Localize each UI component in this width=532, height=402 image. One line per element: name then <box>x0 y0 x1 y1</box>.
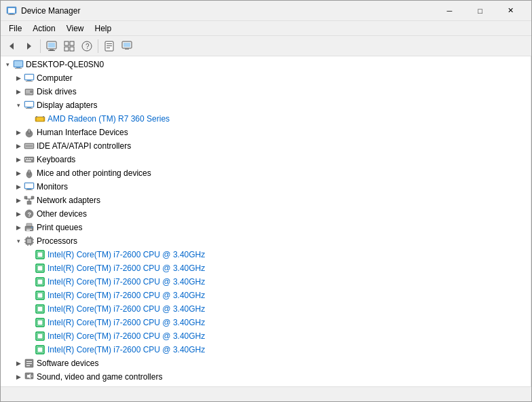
scan-button[interactable] <box>61 38 77 54</box>
gpu-icon <box>35 113 45 124</box>
tree-mice[interactable]: ▶ Mice and other pointing devices <box>2 166 529 180</box>
display-icon <box>24 100 35 111</box>
tree-cpu-8[interactable]: Intel(R) Core(TM) i7-2600 CPU @ 3.40GHz <box>2 343 529 357</box>
software-expand[interactable]: ▶ <box>13 358 24 369</box>
tree-sound[interactable]: ▶ Sound, video and game controllers <box>2 370 529 384</box>
tree-ide[interactable]: ▶ IDE ATA/ATAPI controllers <box>2 139 529 153</box>
cpu8-icon <box>35 344 45 355</box>
svg-rect-42 <box>43 116 44 117</box>
maximize-button[interactable]: □ <box>465 1 495 21</box>
cpu3-label: Intel(R) Core(TM) i7-2600 CPU @ 3.40GHz <box>48 277 205 287</box>
menu-file[interactable]: File <box>3 21 27 35</box>
monitors-label: Monitors <box>37 182 68 191</box>
sound-label: Sound, video and game controllers <box>37 372 162 382</box>
content-area: ▾ DESKTOP-QLE0SN0 ▶ <box>1 56 531 386</box>
keyboards-label: Keyboards <box>37 155 75 164</box>
tree-amd-radeon[interactable]: AMD Radeon (TM) R7 360 Series <box>2 112 529 126</box>
mouse-icon <box>24 168 35 179</box>
minimize-button[interactable]: ─ <box>434 1 465 21</box>
svg-rect-107 <box>26 365 30 366</box>
cpu4-icon <box>35 290 45 301</box>
mice-expand[interactable]: ▶ <box>13 168 24 179</box>
display-label: Display adapters <box>37 100 97 110</box>
cpu1-icon <box>35 249 45 260</box>
tree-processors[interactable]: ▾ Processors <box>2 234 529 248</box>
window-title: Device Manager <box>21 6 80 16</box>
keyboards-expand[interactable]: ▶ <box>13 154 24 165</box>
mice-label: Mice and other pointing devices <box>37 168 151 178</box>
show-hidden-button[interactable] <box>43 38 60 54</box>
cpu6-icon <box>35 317 45 328</box>
tree-print[interactable]: ▶ Print queues <box>2 221 529 234</box>
tree-disk-drives[interactable]: ▶ Disk drives <box>2 85 529 98</box>
tree-software[interactable]: ▶ Software devices <box>2 357 529 370</box>
hid-label: Human Interface Devices <box>37 128 128 137</box>
hid-expand[interactable]: ▶ <box>13 127 24 138</box>
display-expand[interactable]: ▾ <box>13 100 24 111</box>
svg-rect-41 <box>36 116 37 117</box>
svg-rect-13 <box>70 47 74 51</box>
svg-rect-97 <box>37 306 43 312</box>
cpu1-label: Intel(R) Core(TM) i7-2600 CPU @ 3.40GHz <box>48 250 205 259</box>
cpu6-label: Intel(R) Core(TM) i7-2600 CPU @ 3.40GHz <box>48 318 205 327</box>
svg-rect-95 <box>37 293 43 298</box>
tree-hid[interactable]: ▶ Human Interface Devices <box>2 126 529 139</box>
computer-expand[interactable]: ▶ <box>13 73 24 84</box>
close-button[interactable]: ✕ <box>495 1 526 21</box>
tree-cpu-5[interactable]: Intel(R) Core(TM) i7-2600 CPU @ 3.40GHz <box>2 302 529 316</box>
tree-cpu-1[interactable]: Intel(R) Core(TM) i7-2600 CPU @ 3.40GHz <box>2 248 529 261</box>
svg-rect-10 <box>64 41 69 45</box>
print-expand[interactable]: ▶ <box>13 222 24 233</box>
svg-rect-18 <box>107 45 112 46</box>
forward-button[interactable] <box>21 38 37 54</box>
svg-rect-93 <box>37 279 43 285</box>
properties-button[interactable] <box>101 38 117 54</box>
svg-rect-77 <box>31 227 33 228</box>
tree-keyboards[interactable]: ▶ Keyboards <box>2 153 529 166</box>
tree-network[interactable]: ▶ Network adapters <box>2 194 529 207</box>
tree-cpu-6[interactable]: Intel(R) Core(TM) i7-2600 CPU @ 3.40GHz <box>2 316 529 329</box>
cpu1-no-expand <box>24 249 35 260</box>
other-expand[interactable]: ▶ <box>13 208 24 219</box>
menu-help[interactable]: Help <box>90 21 117 35</box>
tree-cpu-4[interactable]: Intel(R) Core(TM) i7-2600 CPU @ 3.40GHz <box>2 289 529 302</box>
svg-rect-24 <box>14 61 22 67</box>
network-expand[interactable]: ▶ <box>13 195 24 206</box>
cpu3-no-expand <box>24 276 35 287</box>
update-driver-button[interactable] <box>119 38 135 54</box>
svg-rect-30 <box>26 81 33 81</box>
back-button[interactable] <box>3 38 20 54</box>
root-expand[interactable]: ▾ <box>2 59 13 70</box>
svg-rect-79 <box>27 239 31 243</box>
tree-cpu-2[interactable]: Intel(R) Core(TM) i7-2600 CPU @ 3.40GHz <box>2 261 529 275</box>
ide-label: IDE ATA/ATAPI controllers <box>37 141 131 151</box>
tree-other[interactable]: ▶ ? Other devices <box>2 207 529 221</box>
disk-label: Disk drives <box>37 87 77 96</box>
tree-display-adapters[interactable]: ▾ Display adapters <box>2 98 529 112</box>
ide-expand[interactable]: ▶ <box>13 141 24 151</box>
toolbar: ? <box>1 36 531 56</box>
status-bar <box>1 386 531 401</box>
svg-rect-50 <box>25 158 26 160</box>
tree-cpu-7[interactable]: Intel(R) Core(TM) i7-2600 CPU @ 3.40GHz <box>2 329 529 343</box>
svg-rect-8 <box>50 49 54 50</box>
menu-view[interactable]: View <box>61 21 90 35</box>
tree-cpu-3[interactable]: Intel(R) Core(TM) i7-2600 CPU @ 3.40GHz <box>2 275 529 289</box>
svg-rect-28 <box>25 75 33 79</box>
svg-rect-1 <box>8 8 15 13</box>
tree-monitors[interactable]: ▶ Monitors <box>2 180 529 194</box>
disk-expand[interactable]: ▶ <box>13 86 24 97</box>
svg-rect-101 <box>37 333 43 339</box>
tree-computer[interactable]: ▶ Computer <box>2 71 529 85</box>
print-label: Print queues <box>37 223 82 232</box>
svg-rect-52 <box>29 158 31 160</box>
sound-expand[interactable]: ▶ <box>13 371 24 382</box>
proc-expand[interactable]: ▾ <box>13 236 24 246</box>
tree-root[interactable]: ▾ DESKTOP-QLE0SN0 <box>2 58 529 71</box>
device-tree[interactable]: ▾ DESKTOP-QLE0SN0 ▶ <box>1 56 531 386</box>
menu-action[interactable]: Action <box>27 21 60 35</box>
cpu3-icon <box>35 276 45 287</box>
monitors-expand[interactable]: ▶ <box>13 181 24 192</box>
help-toolbar-button[interactable]: ? <box>79 38 95 54</box>
svg-rect-3 <box>8 14 15 15</box>
